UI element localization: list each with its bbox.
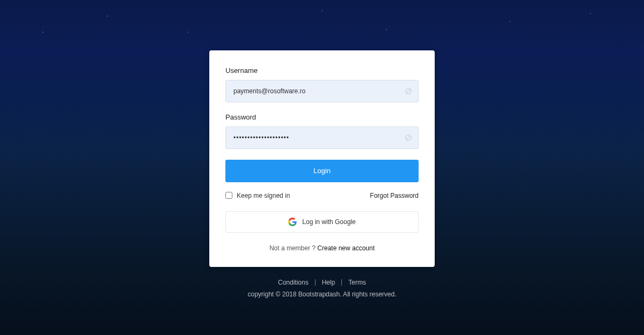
footer: Conditions Help Terms copyright © 2018 B… (248, 279, 397, 298)
footer-link-conditions[interactable]: Conditions (272, 279, 315, 286)
google-icon (288, 218, 297, 226)
username-input[interactable] (225, 80, 419, 102)
options-row: Keep me signed in Forgot Password (225, 192, 419, 199)
copyright: copyright © 2018 Bootstrapdash. All righ… (248, 291, 397, 298)
username-input-wrap (225, 80, 419, 102)
footer-links: Conditions Help Terms (248, 279, 397, 286)
block-icon (405, 87, 412, 95)
google-login-label: Log in with Google (302, 218, 355, 226)
block-icon (405, 134, 412, 142)
google-login-button[interactable]: Log in with Google (225, 211, 419, 233)
password-input[interactable] (225, 126, 419, 149)
signup-link[interactable]: Create new account (317, 244, 375, 252)
footer-link-terms[interactable]: Terms (342, 279, 372, 286)
svg-line-3 (407, 136, 411, 139)
footer-link-help[interactable]: Help (316, 279, 342, 286)
keep-signed-wrap: Keep me signed in (225, 192, 290, 199)
svg-line-1 (407, 89, 411, 93)
keep-signed-label: Keep me signed in (237, 192, 290, 199)
forgot-password-link[interactable]: Forgot Password (370, 192, 419, 199)
username-label: Username (225, 66, 419, 75)
signup-line: Not a member ? Create new account (225, 244, 419, 252)
signup-prompt: Not a member ? (269, 244, 317, 252)
keep-signed-checkbox[interactable] (225, 192, 232, 199)
password-label: Password (225, 113, 419, 121)
login-button[interactable]: Login (225, 160, 419, 182)
password-input-wrap (225, 126, 419, 149)
login-card: Username Password Login Keep me signed i… (209, 50, 435, 267)
